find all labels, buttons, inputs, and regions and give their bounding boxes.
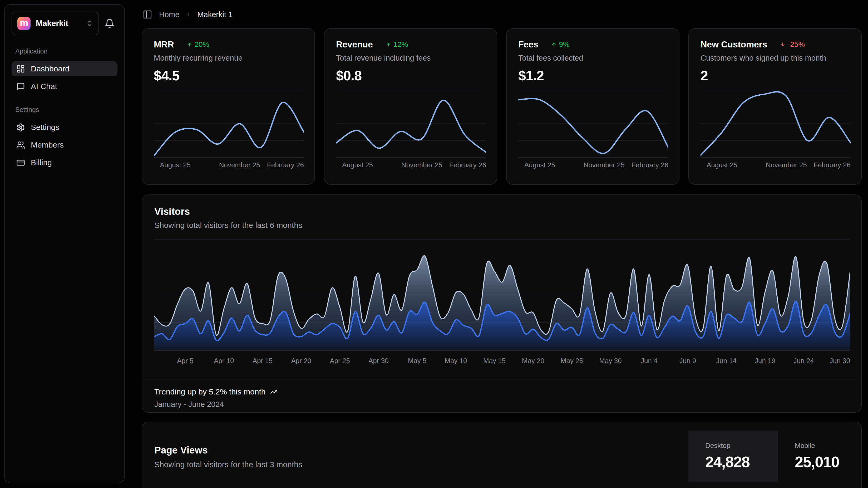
visitors-area-chart[interactable]: Apr 5Apr 10Apr 15Apr 20Apr 25Apr 30May 5…	[154, 239, 849, 371]
notifications-button[interactable]	[102, 16, 118, 31]
breadcrumb: Home Makerkit 1	[142, 7, 232, 22]
toggle-desktop-value: 24,828	[705, 453, 778, 470]
stat-card-mrr: MRR 20% Monthly recurring revenue $4.5 A…	[142, 28, 315, 185]
svg-text:Apr 25: Apr 25	[330, 357, 350, 365]
svg-text:Apr 20: Apr 20	[291, 357, 311, 365]
toggle-desktop[interactable]: Desktop 24,828	[688, 431, 778, 482]
svg-text:Jun 30: Jun 30	[830, 357, 850, 365]
stat-description: Total revenue including fees	[336, 54, 485, 62]
svg-text:May 20: May 20	[522, 357, 544, 365]
svg-text:May 10: May 10	[444, 357, 467, 365]
stat-value: $0.8	[336, 68, 485, 84]
stat-title: Revenue	[336, 39, 373, 50]
svg-text:February 26: February 26	[267, 161, 304, 169]
section-label-application: Application	[15, 48, 118, 55]
arrow-up-icon	[551, 41, 557, 48]
chat-icon	[16, 82, 25, 91]
arrow-up-icon	[385, 41, 391, 48]
visitors-title: Visitors	[154, 206, 849, 217]
mrr-sparkline-chart: August 25November 25February 26	[154, 89, 304, 169]
sidebar-item-settings[interactable]: Settings	[11, 120, 118, 135]
section-label-settings: Settings	[15, 106, 118, 114]
team-selector[interactable]: m Makerkit	[11, 11, 99, 35]
svg-text:Apr 10: Apr 10	[214, 357, 234, 365]
stat-description: Total fees collected	[518, 54, 667, 62]
stat-value: 2	[701, 68, 849, 84]
gear-icon	[16, 123, 25, 132]
stat-cards-row: MRR 20% Monthly recurring revenue $4.5 A…	[142, 28, 862, 185]
svg-text:August 25: August 25	[160, 161, 191, 169]
credit-card-icon	[16, 159, 25, 167]
makerkit-logo: m	[18, 17, 31, 30]
visitors-footer: Trending up by 5.2% this month January -…	[142, 379, 861, 409]
chevron-right-icon	[185, 11, 191, 18]
svg-text:November 25: November 25	[584, 161, 625, 169]
stat-card-revenue: Revenue 12% Total revenue including fees…	[324, 28, 497, 185]
toggle-mobile-value: 25,010	[795, 453, 862, 470]
stat-value: $1.2	[518, 68, 667, 84]
sidebar-item-label: Settings	[31, 123, 59, 132]
sidebar-item-ai-chat[interactable]: AI Chat	[11, 79, 118, 94]
stat-delta: -25%	[780, 40, 805, 49]
svg-text:Jun 19: Jun 19	[755, 357, 775, 365]
sidebar-item-label: Billing	[31, 158, 52, 167]
stat-delta: 9%	[551, 40, 569, 49]
svg-text:May 15: May 15	[483, 357, 506, 365]
sidebar-item-label: Dashboard	[31, 64, 69, 73]
svg-text:Jun 9: Jun 9	[679, 357, 696, 365]
sidebar-item-dashboard[interactable]: Dashboard	[11, 61, 118, 76]
svg-text:Apr 5: Apr 5	[177, 357, 193, 365]
svg-text:August 25: August 25	[524, 161, 555, 169]
breadcrumb-home[interactable]: Home	[159, 10, 179, 19]
svg-text:Apr 15: Apr 15	[253, 357, 273, 365]
new-customers-sparkline-chart: August 25November 25February 26	[701, 89, 850, 169]
stat-card-fees: Fees 9% Total fees collected $1.2 August…	[506, 28, 679, 185]
svg-text:November 25: November 25	[219, 161, 260, 169]
svg-text:May 5: May 5	[408, 357, 427, 365]
page-views-card: Page Views Showing total visitors for th…	[142, 422, 862, 488]
svg-text:February 26: February 26	[449, 161, 486, 169]
sidebar-item-label: Members	[31, 140, 64, 149]
visitors-subtitle: Showing total visitors for the last 6 mo…	[154, 221, 849, 230]
panel-left-icon	[143, 10, 152, 19]
toggle-desktop-label: Desktop	[705, 441, 778, 450]
svg-text:November 25: November 25	[401, 161, 442, 169]
svg-text:Jun 14: Jun 14	[716, 357, 737, 365]
sidebar-item-label: AI Chat	[31, 82, 57, 91]
sidebar-item-billing[interactable]: Billing	[11, 155, 118, 170]
stat-delta: 20%	[187, 40, 209, 49]
svg-text:November 25: November 25	[766, 161, 807, 169]
chevrons-up-down-icon	[86, 20, 93, 27]
visitors-trend-text: Trending up by 5.2% this month	[154, 387, 266, 396]
svg-text:May 30: May 30	[599, 357, 621, 365]
svg-text:Jun 24: Jun 24	[794, 357, 814, 365]
trending-up-icon	[270, 388, 278, 396]
svg-text:August 25: August 25	[342, 161, 373, 169]
visitors-date-range: January - June 2024	[154, 400, 849, 409]
dashboard-icon	[16, 64, 25, 73]
fees-sparkline-chart: August 25November 25February 26	[518, 89, 669, 169]
svg-text:Apr 30: Apr 30	[368, 357, 389, 365]
main-content: Home Makerkit 1 MRR 20% Monthly recurrin…	[133, 0, 868, 488]
toggle-mobile-label: Mobile	[795, 441, 862, 450]
visitors-card: Visitors Showing total visitors for the …	[142, 195, 862, 413]
bell-icon	[104, 19, 115, 28]
stat-title: New Customers	[701, 39, 767, 50]
stat-delta: 12%	[385, 40, 408, 49]
arrow-down-icon	[780, 41, 785, 48]
users-icon	[16, 141, 25, 149]
arrow-up-icon	[187, 41, 192, 48]
team-name: Makerkit	[36, 19, 81, 28]
sidebar-toggle-button[interactable]	[142, 9, 153, 20]
sidebar: m Makerkit Application Dashboard AI Chat…	[4, 4, 125, 483]
stat-value: $4.5	[154, 68, 303, 84]
stat-title: MRR	[154, 39, 174, 50]
stat-title: Fees	[518, 39, 538, 50]
toggle-mobile[interactable]: Mobile 25,010	[778, 431, 862, 482]
stat-card-new-customers: New Customers -25% Customers who signed …	[688, 28, 862, 185]
svg-text:February 26: February 26	[814, 161, 850, 169]
svg-text:Jun 4: Jun 4	[641, 357, 658, 365]
stat-description: Customers who signed up this month	[701, 54, 849, 62]
sidebar-item-members[interactable]: Members	[11, 138, 118, 152]
revenue-sparkline-chart: August 25November 25February 26	[336, 89, 486, 169]
